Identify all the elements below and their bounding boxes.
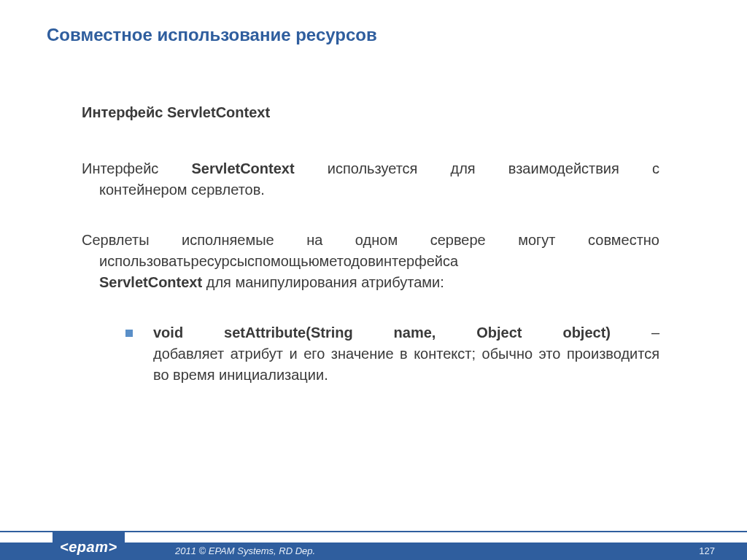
slide-title: Совместное использование ресурсов [47, 25, 700, 45]
paragraph-2-line3: ServletContext для манипулирования атриб… [82, 272, 659, 293]
paragraph-1: ИнтерфейсServletContextиспользуетсядлявз… [82, 158, 659, 201]
bullet-list: voidsetAttribute(Stringname,Objectobject… [125, 322, 659, 386]
subheading: Интерфейс ServletContext [82, 102, 659, 123]
footer: <epam> 2011 © EPAM Systems, RD Dep. 127 [0, 531, 747, 560]
page-number: 127 [699, 542, 715, 560]
bullet-text: voidsetAttribute(Stringname,Objectobject… [153, 322, 659, 386]
slide: Совместное использование ресурсов Интерф… [0, 0, 747, 560]
square-bullet-icon [125, 330, 133, 337]
bullet-rest: добавляет атрибут и его значение в конте… [153, 346, 659, 383]
bullet-item: voidsetAttribute(Stringname,Objectobject… [125, 322, 659, 386]
footer-copyright: 2011 © EPAM Systems, RD Dep. [175, 542, 315, 560]
paragraph-2: Сервлетыисполняемыенаодномсерверемогутсо… [82, 230, 659, 293]
epam-logo: <epam> [53, 532, 125, 560]
slide-body: Интерфейс ServletContext ИнтерфейсServle… [82, 102, 659, 400]
paragraph-1-line2: контейнером сервлетов. [82, 179, 659, 201]
